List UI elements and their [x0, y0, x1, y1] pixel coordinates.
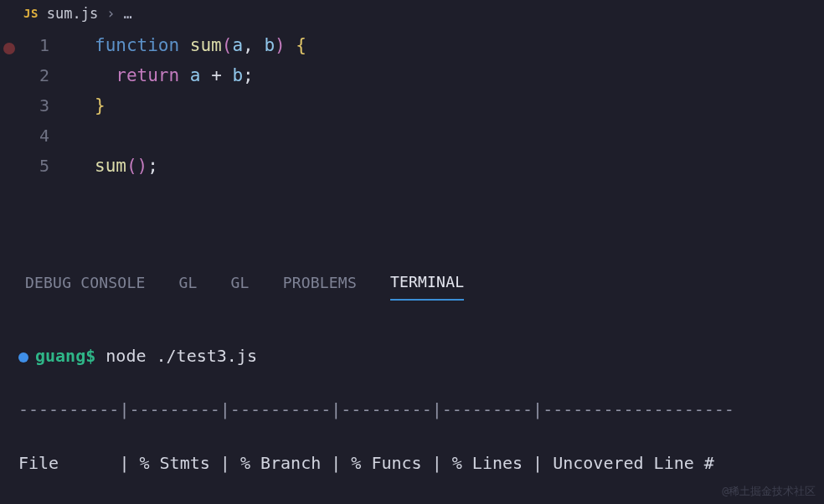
code-line[interactable]: 1 function sum(a, b) {	[0, 30, 824, 60]
tab-gl[interactable]: GL	[178, 269, 197, 300]
coverage-border: ----------|---------|----------|--------…	[18, 396, 806, 423]
prompt-dot-icon	[18, 352, 28, 363]
code-line[interactable]: 5 sum();	[0, 151, 824, 181]
line-number: 3	[0, 90, 71, 121]
tab-gl-2[interactable]: GL	[231, 269, 250, 300]
watermark: @稀土掘金技术社区	[722, 484, 816, 499]
code-line[interactable]: 3 }	[0, 90, 824, 121]
terminal-command: node ./test3.js	[106, 346, 257, 366]
line-number: 2	[0, 60, 71, 90]
code-editor[interactable]: 1 function sum(a, b) { 2 return a + b; 3…	[0, 25, 824, 260]
terminal-prompt-line: guang$ node ./test3.js	[18, 342, 806, 369]
line-number: 5	[0, 151, 71, 181]
tab-terminal[interactable]: TERMINAL	[390, 268, 464, 301]
panel-tabbar: DEBUG CONSOLE GL GL PROBLEMS TERMINAL	[0, 260, 824, 301]
code-line[interactable]: 2 return a + b;	[0, 60, 824, 90]
prompt-user: guang	[35, 346, 85, 366]
chevron-right-icon: ›	[106, 5, 115, 22]
code-line[interactable]: 4	[0, 121, 824, 151]
breadcrumb-file[interactable]: sum.js	[47, 5, 98, 22]
file-type-icon: JS	[23, 7, 39, 20]
breakpoint-icon[interactable]	[3, 43, 15, 54]
tab-problems[interactable]: PROBLEMS	[283, 269, 357, 300]
tab-debug-console[interactable]: DEBUG CONSOLE	[25, 269, 145, 300]
breadcrumb[interactable]: JS sum.js › …	[0, 0, 824, 25]
coverage-header: File | % Stmts | % Branch | % Funcs | % …	[18, 450, 806, 476]
prompt-sym: $	[85, 346, 95, 366]
breadcrumb-trail[interactable]: …	[124, 5, 132, 22]
terminal-panel[interactable]: guang$ node ./test3.js ----------|------…	[0, 301, 824, 504]
line-number: 4	[0, 121, 71, 151]
